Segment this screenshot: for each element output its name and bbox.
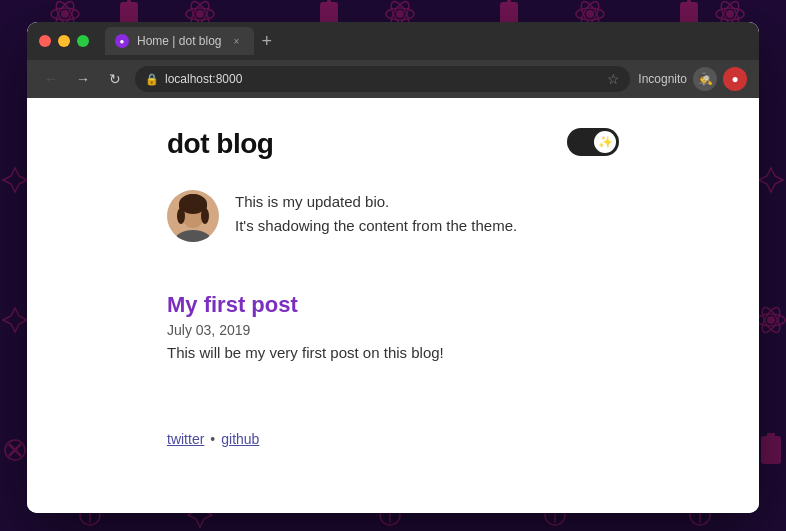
bio-line2: It's shadowing the content from the them… [235, 214, 517, 238]
svg-rect-34 [761, 436, 781, 464]
post-item: My first post July 03, 2019 This will be… [167, 292, 619, 361]
post-excerpt: This will be my very first post on this … [167, 344, 619, 361]
svg-point-13 [586, 10, 594, 18]
tab-bar: ● Home | dot blog × + [105, 27, 747, 55]
url-text: localhost:8000 [165, 72, 242, 86]
address-bar[interactable]: 🔒 localhost:8000 ☆ [135, 66, 630, 92]
tab-title: Home | dot blog [137, 34, 222, 48]
back-button[interactable]: ← [39, 67, 63, 91]
svg-rect-35 [767, 433, 775, 438]
svg-point-17 [726, 10, 734, 18]
avatar [167, 190, 219, 242]
page-content: dot blog ✨ [27, 98, 759, 513]
post-date: July 03, 2019 [167, 322, 619, 338]
footer-links: twitter • github [167, 431, 619, 447]
forward-button[interactable]: → [71, 67, 95, 91]
svg-point-1 [61, 10, 69, 18]
reload-button[interactable]: ↻ [103, 67, 127, 91]
page-inner: dot blog ✨ [27, 98, 759, 487]
navbar: ← → ↻ 🔒 localhost:8000 ☆ Incognito 🕵 ● [27, 60, 759, 98]
titlebar: ● Home | dot blog × + [27, 22, 759, 60]
toggle-knob: ✨ [594, 131, 616, 153]
profile-icon[interactable]: ● [723, 67, 747, 91]
incognito-label: Incognito [638, 72, 687, 86]
svg-point-45 [177, 208, 185, 224]
svg-rect-22 [127, 0, 131, 4]
bio-section: This is my updated bio. It's shadowing t… [167, 190, 619, 242]
svg-rect-28 [687, 0, 691, 4]
maximize-button[interactable] [77, 35, 89, 47]
theme-toggle[interactable]: ✨ [567, 128, 619, 156]
svg-rect-27 [680, 2, 698, 24]
github-link[interactable]: github [221, 431, 259, 447]
svg-rect-23 [320, 2, 338, 24]
svg-point-5 [196, 10, 204, 18]
close-tab-button[interactable]: × [230, 34, 244, 48]
svg-rect-24 [327, 0, 331, 4]
new-tab-button[interactable]: + [262, 31, 273, 52]
bookmark-icon[interactable]: ☆ [607, 71, 620, 87]
blog-header: dot blog ✨ [167, 128, 619, 160]
blog-title: dot blog [167, 128, 273, 160]
svg-point-46 [201, 208, 209, 224]
svg-rect-26 [507, 0, 511, 4]
close-button[interactable] [39, 35, 51, 47]
browser-window: ● Home | dot blog × + ← → ↻ 🔒 localhost:… [27, 22, 759, 513]
bio-text: This is my updated bio. It's shadowing t… [235, 190, 517, 238]
bio-line1: This is my updated bio. [235, 190, 517, 214]
traffic-lights [39, 35, 89, 47]
post-title-link[interactable]: My first post [167, 292, 619, 318]
active-tab[interactable]: ● Home | dot blog × [105, 27, 254, 55]
minimize-button[interactable] [58, 35, 70, 47]
incognito-icon[interactable]: 🕵 [693, 67, 717, 91]
twitter-link[interactable]: twitter [167, 431, 204, 447]
incognito-area: Incognito 🕵 ● [638, 67, 747, 91]
page-footer: twitter • github [167, 411, 619, 447]
svg-point-30 [767, 316, 775, 324]
favicon-icon: ● [115, 34, 129, 48]
svg-rect-21 [120, 2, 138, 24]
footer-separator: • [210, 431, 215, 447]
svg-point-9 [396, 10, 404, 18]
svg-rect-25 [500, 2, 518, 24]
toggle-emoji: ✨ [598, 135, 613, 149]
lock-icon: 🔒 [145, 73, 159, 86]
